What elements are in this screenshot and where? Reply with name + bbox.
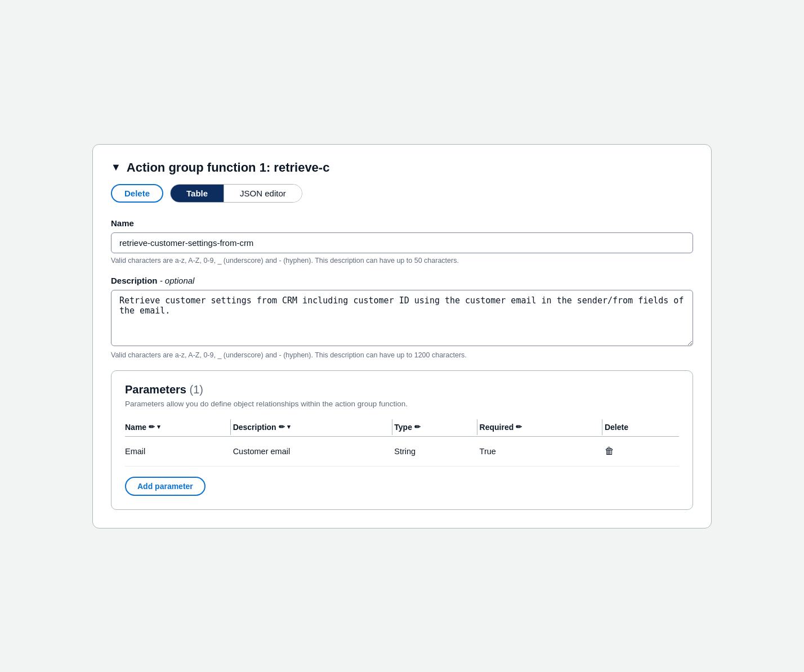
col-header-name: Name ✏ ▾ (125, 418, 229, 437)
col-sep-2 (390, 418, 394, 437)
required-edit-icon[interactable]: ✏ (516, 423, 522, 431)
description-label: Description - optional (111, 276, 693, 285)
row-description: Customer email (233, 436, 390, 466)
action-group-card: ▼ Action group function 1: retrieve-c De… (92, 144, 712, 528)
parameters-card: Parameters (1) Parameters allow you do d… (111, 370, 693, 510)
row-sep-1 (229, 436, 233, 466)
parameters-description: Parameters allow you do define object re… (125, 400, 679, 408)
desc-sort-icon[interactable]: ▾ (287, 423, 291, 431)
col-sep-4 (600, 418, 605, 437)
col-sep-3 (475, 418, 480, 437)
col-header-type: Type ✏ (394, 418, 475, 437)
name-sort-icon[interactable]: ▾ (157, 423, 160, 431)
tab-json-editor[interactable]: JSON editor (224, 185, 302, 202)
collapse-icon[interactable]: ▼ (111, 162, 121, 173)
name-input[interactable] (111, 232, 693, 253)
section-title: Action group function 1: retrieve-c (127, 160, 330, 175)
toolbar: Delete Table JSON editor (111, 184, 693, 203)
row-sep-2 (390, 436, 394, 466)
row-type: String (394, 436, 475, 466)
col-header-delete: Delete (605, 418, 679, 437)
name-label: Name (111, 218, 693, 228)
delete-button[interactable]: Delete (111, 184, 163, 203)
row-sep-4 (600, 436, 605, 466)
tab-group: Table JSON editor (170, 184, 302, 203)
add-parameter-button[interactable]: Add parameter (125, 477, 206, 496)
col-sep-1 (229, 418, 233, 437)
row-delete-button[interactable]: 🗑 (605, 446, 614, 456)
col-header-required: Required ✏ (480, 418, 600, 437)
table-row: Email Customer email String True 🗑 (125, 436, 679, 466)
type-edit-icon[interactable]: ✏ (414, 423, 421, 431)
row-sep-3 (475, 436, 480, 466)
parameters-title: Parameters (1) (125, 383, 679, 396)
tab-table[interactable]: Table (171, 185, 224, 202)
name-hint: Valid characters are a-z, A-Z, 0-9, _ (u… (111, 257, 693, 265)
col-header-description: Description ✏ ▾ (233, 418, 390, 437)
row-delete-cell: 🗑 (605, 436, 679, 466)
row-name: Email (125, 436, 229, 466)
description-field-group: Description - optional Retrieve customer… (111, 276, 693, 359)
row-required: True (480, 436, 600, 466)
parameters-table: Name ✏ ▾ Description ✏ ▾ (125, 418, 679, 467)
desc-edit-icon[interactable]: ✏ (279, 423, 285, 431)
description-hint: Valid characters are a-z, A-Z, 0-9, _ (u… (111, 351, 693, 359)
section-header: ▼ Action group function 1: retrieve-c (111, 160, 693, 175)
name-field-group: Name Valid characters are a-z, A-Z, 0-9,… (111, 218, 693, 265)
description-input[interactable]: Retrieve customer settings from CRM incl… (111, 290, 693, 346)
name-edit-icon[interactable]: ✏ (149, 423, 155, 431)
